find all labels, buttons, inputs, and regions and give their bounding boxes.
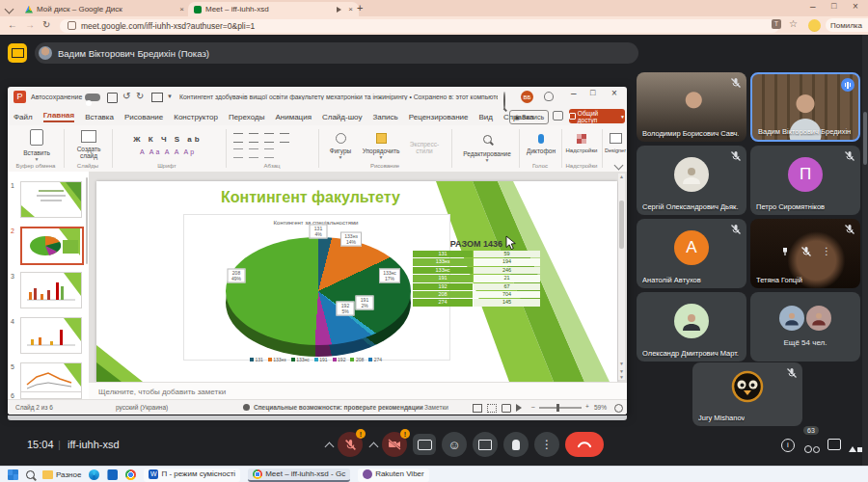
chart-table[interactable]: 13159133нз194133нс2461912119267208704274… xyxy=(413,251,540,308)
quick-access-caret-icon[interactable]: ▼ xyxy=(167,94,173,99)
ppt-maximize-button[interactable]: □ xyxy=(590,88,595,97)
taskbar-word-button[interactable]: W П - режим сумісності xyxy=(144,469,240,482)
collapse-ribbon-icon[interactable] xyxy=(614,161,624,171)
camera-options-chevron-icon[interactable] xyxy=(369,442,379,452)
tab-close-icon[interactable]: × xyxy=(179,5,184,13)
forward-button[interactable]: → xyxy=(25,19,35,30)
start-button[interactable] xyxy=(8,469,18,480)
translate-icon[interactable]: T xyxy=(772,19,781,29)
more-options-button[interactable]: ⋮ xyxy=(534,432,559,457)
redo-icon[interactable]: ↻ xyxy=(136,91,144,101)
edge-icon[interactable] xyxy=(89,469,99,480)
taskbar-meet-button[interactable]: Meet – iff-iuhh-xsd - Gc xyxy=(248,469,350,482)
ppt-close-button[interactable]: × xyxy=(611,88,617,98)
pie-chart[interactable] xyxy=(226,237,411,345)
captions-button[interactable] xyxy=(413,434,436,455)
mic-muted-button[interactable]: ! xyxy=(338,432,363,457)
tile-more-options-icon[interactable]: ⋮ xyxy=(822,246,831,256)
view-reading-icon[interactable] xyxy=(502,404,511,413)
pin-icon[interactable] xyxy=(783,248,787,255)
chat-icon[interactable] xyxy=(827,439,841,450)
activities-icon[interactable] xyxy=(849,439,862,456)
tab-drive[interactable]: Мой диск – Google Диск × xyxy=(19,2,190,16)
font-buttons-row2[interactable]: A Aa A A Ap xyxy=(120,148,216,155)
page-scrollbar-thumb[interactable] xyxy=(863,112,867,165)
leave-call-button[interactable] xyxy=(565,432,604,457)
view-slideshow-icon[interactable] xyxy=(516,404,526,412)
meeting-info-icon[interactable]: i xyxy=(781,439,795,452)
participant-tile-serhii[interactable]: Сергій Олександрович Дьяк... xyxy=(637,146,746,215)
menu-draw[interactable]: Рисование xyxy=(124,113,163,121)
present-screen-button[interactable] xyxy=(473,432,498,457)
addins-button[interactable]: Надстройки xyxy=(564,130,599,153)
menu-review[interactable]: Рецензирование xyxy=(409,113,469,121)
user-badge[interactable]: ВБ xyxy=(521,91,533,103)
participant-tile-jury[interactable]: Jury Mishanov xyxy=(692,362,802,426)
scroll-up-icon[interactable]: ▲ xyxy=(619,174,624,179)
menu-animations[interactable]: Анимация xyxy=(275,113,312,121)
menu-home[interactable]: Главная xyxy=(43,111,75,122)
language-indicator[interactable]: русский (Украина) xyxy=(116,404,168,411)
slide-thumbnail-1[interactable]: 1 xyxy=(8,181,85,220)
ppt-minimize-button[interactable]: – xyxy=(571,88,577,98)
next-slide-icon[interactable]: ▼▼ xyxy=(619,368,624,380)
menu-insert[interactable]: Вставка xyxy=(85,113,114,121)
menu-transitions[interactable]: Переходы xyxy=(229,113,265,121)
window-close-button[interactable]: × xyxy=(853,1,858,12)
share-button[interactable]: Общий доступ ▼ xyxy=(569,109,625,123)
profile-avatar[interactable] xyxy=(808,19,821,32)
menu-design[interactable]: Конструктор xyxy=(174,113,218,121)
editing-button[interactable]: Редактирование▼ xyxy=(457,130,517,163)
participant-tile-vadym-speaking[interactable]: Вадим Вікторович Бредихін xyxy=(750,72,860,142)
shapes-button[interactable]: Фигуры▼ xyxy=(324,130,357,160)
lightbulb-icon[interactable] xyxy=(544,92,554,101)
chrome-icon[interactable] xyxy=(125,469,136,480)
window-minimize-button[interactable]: – xyxy=(810,1,816,12)
participant-tile-petro[interactable]: П Петро Сиромятніков xyxy=(750,146,860,215)
paragraph-buttons[interactable] xyxy=(233,133,311,158)
zoom-percent[interactable]: 59% xyxy=(594,404,607,411)
people-icon[interactable] xyxy=(804,440,820,457)
menu-slideshow[interactable]: Слайд-шоу xyxy=(322,113,362,121)
slide-vertical-scrollbar[interactable]: ▲ ▼ ▼▼ xyxy=(618,174,625,380)
back-button[interactable]: ← xyxy=(8,19,17,30)
menu-file[interactable]: Файл xyxy=(14,113,33,121)
site-info-icon[interactable] xyxy=(68,21,76,30)
new-tab-button[interactable]: + xyxy=(357,2,363,13)
font-buttons-row1[interactable]: Ж К Ч S ab xyxy=(120,135,216,144)
view-normal-icon[interactable] xyxy=(473,404,482,413)
dictaphone-button[interactable]: Диктофон xyxy=(523,130,559,154)
notes-pane[interactable]: Щелкните, чтобы добавить заметки xyxy=(89,382,627,400)
menu-view[interactable]: Вид xyxy=(478,113,492,121)
tab-meet[interactable]: Meet – iff-iuhh-xsd × xyxy=(188,2,359,16)
slide-thumbnail-3[interactable]: 3 xyxy=(8,272,85,310)
comments-icon[interactable] xyxy=(553,111,563,120)
scroll-down-icon[interactable]: ▼ xyxy=(619,361,624,366)
participant-tile-anatolii[interactable]: А Анатолій Автухов xyxy=(637,219,746,288)
camera-muted-button[interactable]: ! xyxy=(382,432,407,457)
thumbnail-scrollbar[interactable] xyxy=(86,177,88,264)
tab-search-chevron-icon[interactable] xyxy=(5,5,14,14)
reactions-button[interactable]: ☺ xyxy=(442,432,467,457)
zoom-slider[interactable] xyxy=(539,407,582,409)
new-slide-button[interactable]: Создать слайд xyxy=(68,129,110,159)
participant-tile-tetiana[interactable]: ⋮ Тетяна Гопцій xyxy=(750,219,860,288)
zoom-in-icon[interactable]: + xyxy=(585,403,589,410)
autosave-toggle[interactable] xyxy=(85,94,100,101)
undo-icon[interactable]: ↺ xyxy=(122,91,130,101)
mic-options-chevron-icon[interactable] xyxy=(325,442,335,452)
menu-record[interactable]: Запись xyxy=(372,113,397,121)
record-button[interactable]: ◉ Запись xyxy=(509,110,549,124)
presenter-banner[interactable]: Вадим Вікторович Бредихін (Показ) xyxy=(35,42,638,64)
accessibility-status[interactable]: Специальные возможности: проверьте реком… xyxy=(254,404,423,411)
raise-hand-button[interactable] xyxy=(503,432,529,457)
taskbar-search-icon[interactable] xyxy=(26,470,35,479)
tile-mic-off-hover-icon[interactable] xyxy=(800,246,812,257)
designer-button[interactable]: Designer xyxy=(604,130,627,153)
tab-audio-icon[interactable] xyxy=(337,7,344,13)
save-icon[interactable] xyxy=(107,93,118,103)
quick-styles-button[interactable]: Экспресс-стили xyxy=(405,141,444,154)
participant-tile-overflow[interactable]: Ещё 54 чел. xyxy=(750,292,860,362)
url-input[interactable]: meet.google.com/iff-iuhh-xsd?authuser=0&… xyxy=(60,19,779,33)
slide-thumbnail-4[interactable]: 4 xyxy=(8,317,85,356)
